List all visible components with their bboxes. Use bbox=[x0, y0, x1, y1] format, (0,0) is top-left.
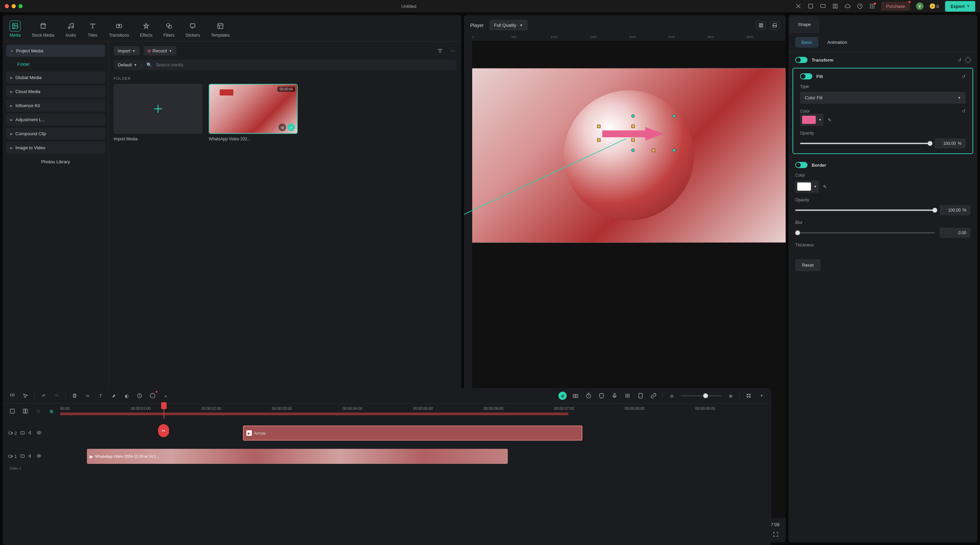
border-eyedropper-icon[interactable]: ✎ bbox=[823, 184, 827, 189]
reset-button[interactable]: Reset bbox=[795, 259, 821, 271]
notifications-icon[interactable] bbox=[795, 3, 801, 9]
sidebar-global-media[interactable]: ▶Global Media bbox=[6, 72, 105, 83]
tab-stock-media[interactable]: Stock Media bbox=[30, 19, 56, 41]
camera-plus-icon[interactable] bbox=[571, 392, 580, 400]
undo-icon[interactable]: ↶ bbox=[39, 392, 48, 400]
fill-reset-icon[interactable]: ↺ bbox=[962, 74, 966, 79]
redo-icon[interactable]: ↷ bbox=[52, 392, 60, 400]
purchase-button[interactable]: Purchase bbox=[881, 2, 910, 11]
user-avatar[interactable]: V bbox=[916, 2, 924, 10]
media-clip-card[interactable]: 00:00:06 ⊕✓ WhatsApp Video 202... bbox=[209, 84, 298, 141]
filter-icon[interactable] bbox=[436, 47, 444, 55]
track-2-mute-icon[interactable] bbox=[29, 430, 33, 436]
import-button[interactable]: Import▼ bbox=[114, 46, 140, 56]
transform-toggle[interactable] bbox=[795, 57, 808, 63]
track-2-visibility-icon[interactable] bbox=[37, 430, 41, 436]
timer-icon[interactable] bbox=[584, 392, 593, 400]
tab-stickers[interactable]: Stickers bbox=[184, 19, 202, 41]
color-icon[interactable]: ◐ bbox=[123, 392, 131, 400]
green-circle-icon[interactable]: ⊕ bbox=[558, 392, 566, 400]
track-2-folder-icon[interactable] bbox=[20, 430, 25, 436]
view-dropdown-icon[interactable]: ▼ bbox=[757, 392, 766, 400]
tab-templates[interactable]: Templates bbox=[210, 19, 231, 41]
tl-snap-icon[interactable]: ⊞ bbox=[47, 407, 56, 415]
zoom-out-icon[interactable]: ⊖ bbox=[668, 392, 676, 400]
record-button[interactable]: Record▼ bbox=[144, 46, 176, 56]
window-controls[interactable] bbox=[5, 4, 22, 8]
tl-magnet-icon[interactable]: ⊓ bbox=[34, 407, 43, 415]
split-icon[interactable]: ✂ bbox=[83, 392, 92, 400]
quality-dropdown[interactable]: Full Quality▼ bbox=[489, 20, 528, 30]
sidebar-influence-kit[interactable]: ▶Influence Kit bbox=[6, 100, 105, 112]
ai-icon[interactable] bbox=[148, 392, 157, 400]
color-reset-icon[interactable]: ↺ bbox=[962, 108, 966, 114]
image-view-icon[interactable] bbox=[770, 21, 780, 29]
display-icon[interactable] bbox=[820, 3, 826, 9]
fill-toggle[interactable] bbox=[800, 73, 812, 80]
zoom-in-icon[interactable]: ⊕ bbox=[727, 392, 735, 400]
tab-titles[interactable]: Titles bbox=[86, 19, 100, 41]
save-icon[interactable] bbox=[808, 3, 814, 9]
tab-transitions[interactable]: Transitions bbox=[108, 19, 130, 41]
sidebar-cloud-media[interactable]: ▶Cloud Media bbox=[6, 86, 105, 97]
grid-view-icon[interactable] bbox=[756, 21, 766, 29]
cloud-icon[interactable] bbox=[845, 3, 851, 9]
tab-audio[interactable]: Audio bbox=[64, 19, 78, 41]
fill-opacity-value[interactable]: 100.00% bbox=[935, 138, 966, 148]
sidebar-image-to-video[interactable]: ▶Image to Video bbox=[6, 142, 105, 154]
link-icon[interactable] bbox=[649, 392, 658, 400]
library-icon[interactable] bbox=[832, 3, 838, 9]
fill-color-picker[interactable]: ▼ bbox=[800, 114, 824, 126]
sidebar-photos-library[interactable]: Photos Library bbox=[6, 156, 105, 168]
track-2-video-icon[interactable]: 2 bbox=[8, 431, 17, 436]
clip-add-icon[interactable]: ⊕ bbox=[278, 124, 286, 131]
sidebar-adjustment-layer[interactable]: ▶Adjustment L... bbox=[6, 114, 105, 126]
mic-icon[interactable] bbox=[611, 392, 619, 400]
tab-filters[interactable]: Filters bbox=[162, 19, 176, 41]
border-toggle[interactable] bbox=[795, 162, 808, 168]
apps-icon[interactable] bbox=[869, 3, 875, 9]
fullscreen-icon[interactable] bbox=[772, 531, 780, 538]
eyedropper-icon[interactable]: ✎ bbox=[828, 118, 832, 123]
delete-icon[interactable] bbox=[70, 392, 79, 400]
import-media-card[interactable]: Import Media bbox=[114, 84, 202, 141]
border-opacity-value[interactable]: 100.00% bbox=[940, 205, 970, 215]
zoom-slider[interactable] bbox=[681, 395, 722, 397]
blur-slider[interactable] bbox=[795, 232, 935, 233]
tl-select-icon[interactable] bbox=[21, 392, 29, 400]
track-1-video-icon[interactable]: 1 bbox=[8, 454, 17, 459]
animation-subtab[interactable]: Animation bbox=[821, 37, 853, 48]
export-button[interactable]: Export▼ bbox=[945, 1, 975, 12]
transform-keyframe-icon[interactable] bbox=[965, 56, 972, 63]
tl-track-opts-icon[interactable] bbox=[21, 407, 29, 415]
tl-track-add-icon[interactable] bbox=[8, 407, 16, 415]
basic-subtab[interactable]: Basic bbox=[795, 37, 818, 48]
track-1-visibility-icon[interactable] bbox=[37, 454, 41, 459]
playhead-scissor-icon[interactable]: ✂ bbox=[158, 424, 169, 437]
track-1-mute-icon[interactable] bbox=[29, 454, 33, 459]
sort-dropdown[interactable]: Default▼ bbox=[118, 62, 137, 67]
video-clip[interactable]: ▶ WhatsApp Video 2024-12-28 at 14.1... bbox=[87, 449, 508, 464]
mixer-icon[interactable] bbox=[624, 392, 632, 400]
shape-tab[interactable]: Shape bbox=[790, 16, 819, 33]
coin-balance[interactable]: +0 bbox=[930, 3, 939, 9]
support-icon[interactable] bbox=[857, 3, 863, 9]
sidebar-folder[interactable]: Folder bbox=[6, 59, 105, 70]
track-1-folder-icon[interactable] bbox=[20, 454, 25, 459]
expand-tools-icon[interactable]: » bbox=[162, 392, 170, 400]
fill-opacity-slider[interactable] bbox=[800, 143, 930, 144]
sidebar-compound-clip[interactable]: ▶Compound Clip bbox=[6, 128, 105, 140]
sidebar-project-media[interactable]: ▼Project Media bbox=[6, 45, 105, 57]
speed-icon[interactable] bbox=[135, 392, 144, 400]
border-color-picker[interactable]: ▼ bbox=[795, 180, 819, 193]
fill-type-dropdown[interactable]: Color Fill▼ bbox=[800, 92, 966, 104]
border-opacity-slider[interactable] bbox=[795, 209, 935, 211]
crop-icon[interactable]: ⬈ bbox=[110, 392, 118, 400]
transform-reset-icon[interactable]: ↺ bbox=[958, 57, 961, 63]
tab-effects[interactable]: Effects bbox=[138, 19, 154, 41]
more-icon[interactable]: ⋯ bbox=[448, 47, 457, 55]
shield-icon[interactable] bbox=[597, 392, 606, 400]
search-input[interactable] bbox=[156, 62, 452, 67]
tab-media[interactable]: Media bbox=[8, 19, 22, 41]
marker-add-icon[interactable] bbox=[636, 392, 645, 400]
